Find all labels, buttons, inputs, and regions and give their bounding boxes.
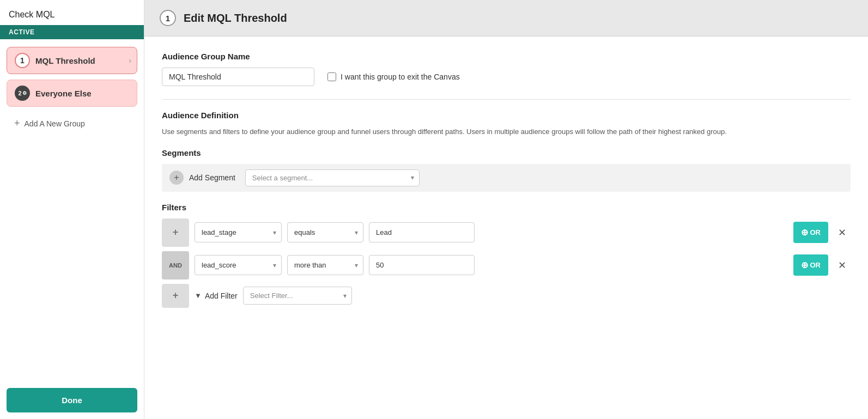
segment-select[interactable]: Select a segment... (245, 169, 420, 186)
exit-canvas-row: I want this group to exit the Canvas (327, 72, 460, 81)
or-label-2: OR (810, 261, 821, 269)
group-label-2: Everyone Else (35, 89, 92, 98)
group-name-input[interactable] (162, 68, 314, 86)
add-segment-label: Add Segment (189, 173, 235, 182)
group-name-row: I want this group to exit the Canvas (162, 68, 851, 86)
filter-operator-2-wrapper: more than less than equals (287, 255, 363, 275)
filter-field-2[interactable]: lead_stage lead_score (195, 255, 282, 275)
filter-row-2: AND lead_stage lead_score more than less… (162, 251, 851, 280)
divider-1 (162, 99, 851, 100)
plus-circle-icon-2: ⊕ (801, 260, 808, 270)
done-button[interactable]: Done (7, 388, 137, 412)
plus-circle-icon-1: ⊕ (801, 227, 808, 238)
group-label-1: MQL Threshold (35, 56, 95, 65)
filter-field-2-wrapper: lead_stage lead_score (195, 255, 282, 275)
group-card-2[interactable]: 2⚙ Everyone Else (7, 80, 137, 107)
filters-label: Filters (162, 203, 851, 212)
filter-field-1[interactable]: lead_stage lead_score (195, 222, 282, 242)
active-status-bar: ACTIVE (0, 25, 144, 39)
add-filter-plus-handle: + (162, 284, 189, 308)
remove-filter-1[interactable]: ✕ (834, 224, 851, 241)
add-filter-row: + ▼ Add Filter Select Filter... (162, 284, 851, 308)
filter-row-1: + lead_stage lead_score equals not equal… (162, 218, 851, 247)
filter-value-1[interactable] (369, 222, 475, 242)
audience-definition-desc: Use segments and filters to define your … (162, 126, 851, 137)
filter-operator-1[interactable]: equals not equals contains (287, 222, 363, 242)
or-button-1[interactable]: ⊕ OR (793, 222, 829, 243)
filter-value-2[interactable] (369, 255, 475, 275)
remove-filter-2[interactable]: ✕ (834, 257, 851, 274)
or-button-2[interactable]: ⊕ OR (793, 254, 829, 276)
group-number-2: 2⚙ (15, 86, 30, 101)
filter-operator-2[interactable]: more than less than equals (287, 255, 363, 275)
add-segment-plus-icon[interactable]: + (169, 171, 184, 185)
filter-field-1-wrapper: lead_stage lead_score (195, 222, 282, 242)
group-card-1[interactable]: 1 MQL Threshold › (7, 47, 137, 74)
add-filter-text: Add Filter (205, 292, 238, 300)
exit-canvas-label: I want this group to exit the Canvas (341, 72, 460, 81)
add-filter-select-wrapper: Select Filter... (243, 287, 352, 305)
filter-row-1-handle: + (162, 218, 189, 247)
segment-select-wrapper: Select a segment... (245, 169, 420, 186)
edit-title: Edit MQL Threshold (184, 12, 287, 25)
segments-section: Segments + Add Segment Select a segment.… (162, 148, 851, 192)
step-number: 1 (160, 10, 176, 26)
plus-icon: + (14, 118, 20, 129)
sidebar-title: Check MQL (0, 0, 144, 25)
main-panel: 1 Edit MQL Threshold Audience Group Name… (144, 0, 868, 419)
audience-group-name-label: Audience Group Name (162, 52, 851, 61)
main-header: 1 Edit MQL Threshold (144, 0, 868, 37)
filter-icon: ▼ (195, 292, 202, 300)
main-content: Audience Group Name I want this group to… (144, 37, 868, 419)
add-filter-select[interactable]: Select Filter... (243, 287, 352, 305)
add-new-group-button[interactable]: + Add A New Group (7, 112, 137, 135)
filter-operator-1-wrapper: equals not equals contains (287, 222, 363, 242)
sidebar: Check MQL ACTIVE 1 MQL Threshold › 2⚙ Ev… (0, 0, 144, 419)
filter-row-2-handle: AND (162, 251, 189, 280)
audience-definition-label: Audience Definition (162, 111, 851, 120)
segments-label: Segments (162, 148, 851, 157)
add-filter-label: ▼ Add Filter (195, 292, 238, 300)
or-label-1: OR (810, 228, 821, 236)
chevron-right-icon: › (129, 56, 131, 65)
exit-canvas-checkbox[interactable] (327, 72, 336, 81)
add-segment-row: + Add Segment Select a segment... (162, 164, 851, 192)
sidebar-groups: 1 MQL Threshold › 2⚙ Everyone Else + Add… (0, 39, 144, 142)
add-group-label: Add A New Group (25, 119, 85, 128)
filters-section: Filters + lead_stage lead_score equals n… (162, 203, 851, 308)
group-number-1: 1 (15, 53, 30, 68)
